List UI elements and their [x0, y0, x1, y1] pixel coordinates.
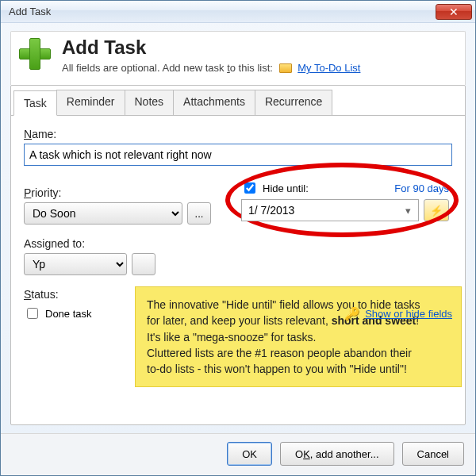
tab-recurrence[interactable]: Recurrence — [255, 90, 332, 115]
ok-add-another-button[interactable]: OK, add another... — [280, 442, 394, 466]
assigned-label: Assigned to: — [24, 237, 452, 250]
done-checkbox[interactable] — [27, 308, 38, 319]
tab-task[interactable]: Task — [13, 90, 57, 116]
for-days-link[interactable]: For 90 days — [394, 182, 449, 194]
titlebar: Add Task ✕ — [1, 1, 475, 23]
name-input[interactable] — [24, 144, 452, 166]
window-title: Add Task — [9, 6, 436, 17]
assigned-more-button[interactable] — [132, 253, 155, 275]
ok-button[interactable]: OK — [227, 442, 272, 466]
dialog-heading: Add Task — [62, 36, 360, 59]
tabs-container: Task Reminder Notes Attachments Recurren… — [10, 85, 466, 425]
list-link[interactable]: My To-Do List — [298, 62, 360, 74]
priority-select[interactable]: Do Soon — [24, 202, 182, 225]
datepicker-icon[interactable]: ▾ — [401, 204, 414, 217]
quick-date-button[interactable]: ⚡ — [424, 199, 449, 221]
add-task-dialog: Add Task ✕ Add Task All fields are optio… — [0, 0, 476, 476]
show-hide-fields-link[interactable]: SShow or hide fieldshow or hide fields — [365, 308, 452, 320]
priority-label: Priority: — [24, 186, 222, 199]
dialog-subtitle: All fields are optional. Add new task to… — [62, 62, 360, 74]
tabstrip: Task Reminder Notes Attachments Recurren… — [10, 85, 465, 115]
button-bar: OK OK, add another... Cancel — [1, 433, 475, 475]
hide-until-label: Hide until: — [263, 182, 309, 194]
close-icon: ✕ — [449, 6, 459, 18]
dialog-body: Add Task All fields are optional. Add ne… — [1, 23, 475, 433]
tab-notes[interactable]: Notes — [125, 90, 175, 115]
annotation-callout: The innovative "Hide until" field allows… — [135, 286, 462, 387]
cancel-button[interactable]: Cancel — [402, 442, 464, 466]
done-label: Done task — [45, 308, 92, 320]
folder-icon — [279, 63, 292, 73]
add-icon — [17, 36, 52, 71]
dialog-header: Add Task All fields are optional. Add ne… — [10, 31, 466, 85]
hide-until-checkbox[interactable] — [244, 182, 255, 194]
tab-reminder[interactable]: Reminder — [56, 90, 125, 115]
name-label: Name: — [24, 128, 452, 140]
priority-more-button[interactable]: ... — [187, 202, 211, 225]
key-icon: 🔑 — [344, 306, 360, 321]
tab-attachments[interactable]: Attachments — [173, 90, 255, 115]
tab-content-task: Name: Priority: Do Soon ... — [11, 117, 465, 329]
assigned-select[interactable]: Yp — [24, 253, 127, 275]
hide-until-date-input[interactable] — [241, 199, 419, 221]
lightning-icon: ⚡ — [430, 205, 443, 217]
close-button[interactable]: ✕ — [436, 4, 472, 20]
